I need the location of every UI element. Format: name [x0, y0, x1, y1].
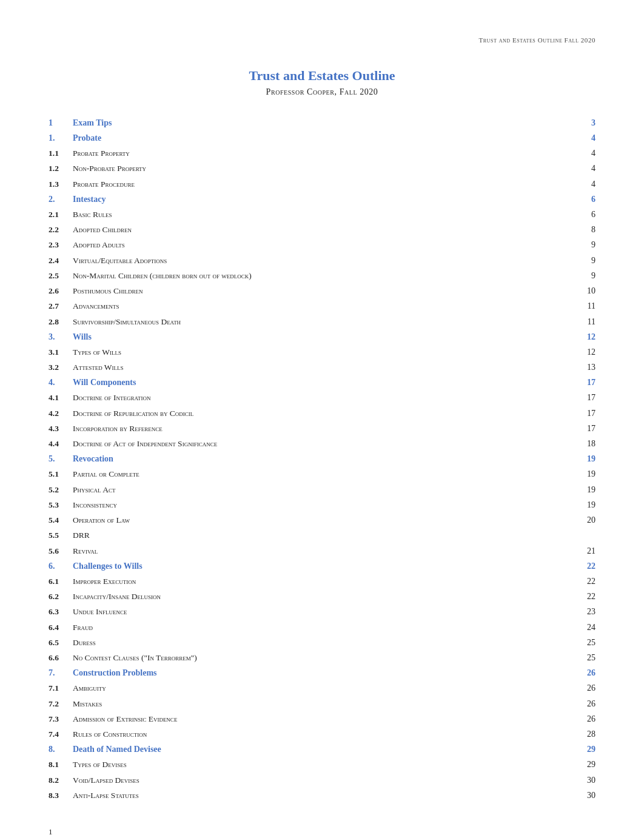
toc-row: 4.3Incorporation by Reference17 — [49, 421, 595, 436]
toc-row: 5.4Operation of Law20 — [49, 512, 595, 528]
toc-label: Advancements — [73, 298, 577, 314]
toc-num: 4.4 — [49, 436, 73, 451]
toc-page: 29 — [577, 757, 595, 772]
toc-page: 9 — [577, 253, 595, 268]
toc-num: 3.1 — [49, 344, 73, 360]
toc-num: 5.3 — [49, 497, 73, 512]
toc-page: 26 — [577, 665, 595, 680]
toc-num: 5. — [49, 451, 73, 466]
toc-row: 1.1Probate Property4 — [49, 146, 595, 161]
toc-num: 6.3 — [49, 604, 73, 619]
toc-row: 2.8Survivorship/Simultaneous Death11 — [49, 314, 595, 329]
toc-num: 1.1 — [49, 146, 73, 161]
toc-page: 29 — [577, 742, 595, 757]
toc-label: Exam Tips — [73, 115, 577, 130]
toc-row: 8.1Types of Devises29 — [49, 757, 595, 772]
toc-row: 3.1Types of Wills12 — [49, 344, 595, 360]
toc-label: Will Components — [73, 375, 577, 390]
toc-page: 23 — [577, 604, 595, 619]
toc-row: 6.5Duress25 — [49, 635, 595, 650]
toc-num: 6.6 — [49, 650, 73, 665]
toc-label: Adopted Adults — [73, 237, 577, 252]
toc-label: Non-Marital Children (children born out … — [73, 268, 577, 283]
toc-row: 5.6Revival21 — [49, 543, 595, 558]
header-right: Trust and Estates Outline Fall 2020 — [49, 36, 595, 44]
toc-row: 4.4Doctrine of Act of Independent Signif… — [49, 436, 595, 451]
toc-page: 25 — [577, 635, 595, 650]
toc-label: Void/Lapsed Devises — [73, 773, 577, 788]
toc-label: Adopted Children — [73, 222, 577, 237]
toc-row: 7.4Rules of Construction28 — [49, 726, 595, 742]
toc-label: Non-Probate Property — [73, 161, 577, 176]
toc-row: 7.2Mistakes26 — [49, 696, 595, 711]
toc-num: 2.1 — [49, 207, 73, 222]
toc-row: 8.2Void/Lapsed Devises30 — [49, 773, 595, 788]
toc-row: 4.2Doctrine of Republication by Codicil1… — [49, 406, 595, 421]
toc-label: Virtual/Equitable Adoptions — [73, 253, 577, 268]
toc-page: 17 — [577, 406, 595, 421]
toc-page: 9 — [577, 268, 595, 283]
toc-label: Wills — [73, 329, 577, 344]
toc-num: 2.5 — [49, 268, 73, 283]
toc-num: 6.1 — [49, 574, 73, 589]
toc-num: 8.2 — [49, 773, 73, 788]
toc-label: DRR — [73, 528, 577, 543]
toc-label: Anti-Lapse Statutes — [73, 788, 577, 803]
toc-num: 6.4 — [49, 620, 73, 635]
toc-label: Attested Wills — [73, 360, 577, 375]
toc-num: 7.2 — [49, 696, 73, 711]
toc-num: 4. — [49, 375, 73, 390]
toc-label: Posthumous Children — [73, 283, 577, 298]
toc-row: 4.1Doctrine of Integration17 — [49, 390, 595, 405]
toc-label: Incorporation by Reference — [73, 421, 577, 436]
toc-label: Partial or Complete — [73, 466, 577, 481]
toc-page: 4 — [577, 146, 595, 161]
toc-num: 1. — [49, 130, 73, 146]
toc-num: 5.2 — [49, 482, 73, 497]
toc-page: 3 — [577, 115, 595, 130]
toc-label: Types of Devises — [73, 757, 577, 772]
toc-page: 6 — [577, 207, 595, 222]
toc-row: 4.Will Components17 — [49, 375, 595, 390]
toc-page: 20 — [577, 512, 595, 528]
toc-row: 5.3Inconsistency19 — [49, 497, 595, 512]
toc-page — [577, 528, 595, 543]
toc-label: Types of Wills — [73, 344, 577, 360]
toc-num: 5.4 — [49, 512, 73, 528]
toc-label: Survivorship/Simultaneous Death — [73, 314, 577, 329]
toc-num: 2.8 — [49, 314, 73, 329]
toc-label: Ambiguity — [73, 680, 577, 696]
toc-num: 5.6 — [49, 543, 73, 558]
toc-label: Probate — [73, 130, 577, 146]
toc-page: 24 — [577, 620, 595, 635]
toc-row: 2.6Posthumous Children10 — [49, 283, 595, 298]
toc-page: 19 — [577, 497, 595, 512]
toc-num: 2.6 — [49, 283, 73, 298]
toc-num: 6.5 — [49, 635, 73, 650]
toc-row: 8.3Anti-Lapse Statutes30 — [49, 788, 595, 803]
toc-page: 19 — [577, 451, 595, 466]
toc-row: 1Exam Tips3 — [49, 115, 595, 130]
toc-num: 6.2 — [49, 589, 73, 604]
toc-page: 25 — [577, 650, 595, 665]
toc-num: 1.2 — [49, 161, 73, 176]
toc-row: 5.1Partial or Complete19 — [49, 466, 595, 481]
toc-num: 5.5 — [49, 528, 73, 543]
toc-page: 12 — [577, 344, 595, 360]
toc-label: Admission of Extrinsic Evidence — [73, 711, 577, 726]
toc-label: Construction Problems — [73, 665, 577, 680]
toc-row: 2.7Advancements11 — [49, 298, 595, 314]
toc-row: 2.4Virtual/Equitable Adoptions9 — [49, 253, 595, 268]
toc-row: 6.1Improper Execution22 — [49, 574, 595, 589]
toc-row: 2.1Basic Rules6 — [49, 207, 595, 222]
toc-label: Death of Named Devisee — [73, 742, 577, 757]
toc-row: 5.2Physical Act19 — [49, 482, 595, 497]
toc-label: Improper Execution — [73, 574, 577, 589]
toc-label: Fraud — [73, 620, 577, 635]
toc-num: 7.3 — [49, 711, 73, 726]
toc-page: 19 — [577, 466, 595, 481]
toc-page: 26 — [577, 696, 595, 711]
toc-num: 7.4 — [49, 726, 73, 742]
toc-num: 2.4 — [49, 253, 73, 268]
toc-page: 4 — [577, 130, 595, 146]
